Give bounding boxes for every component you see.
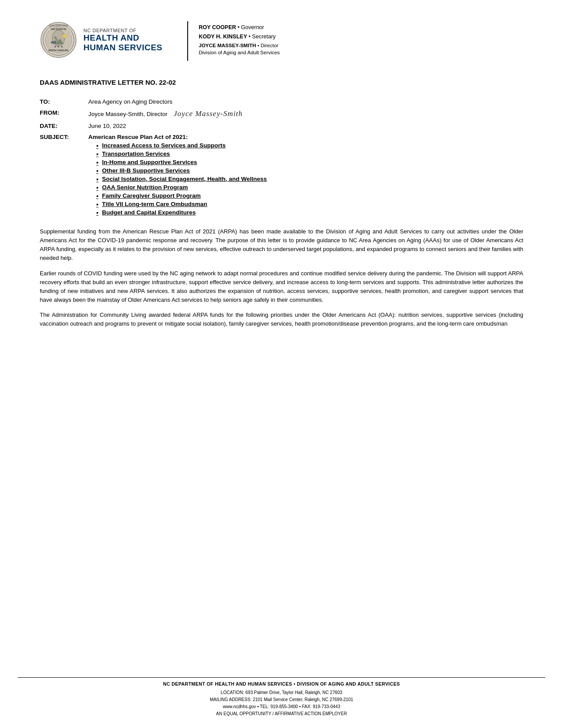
from-row: FROM: Joyce Massey-Smith, Director Joyce… [40, 109, 523, 118]
agency-name-main: HEALTH AND HUMAN SERVICES [83, 33, 162, 53]
bullet-item: Budget and Capital Expenditures [96, 209, 267, 216]
footer-eo: AN EQUAL OPPORTUNITY / AFFIRMATIVE ACTIO… [18, 710, 545, 717]
body-paragraph-3: The Administration for Community Living … [40, 311, 523, 328]
svg-text:ESSE QUAM VIDERI: ESSE QUAM VIDERI [49, 25, 68, 27]
subject-label: SUBJECT: [40, 134, 88, 140]
letter-title: DAAS ADMINISTRATIVE LETTER NO. 22-02 [40, 79, 523, 86]
svg-rect-9 [51, 41, 56, 43]
header-left: THE STATE OF NORTH CAROLINA ★ ★ ★ ESSE Q… [40, 21, 177, 59]
subject-content: American Rescue Plan Act of 2021: Increa… [88, 134, 267, 218]
header: THE STATE OF NORTH CAROLINA ★ ★ ★ ESSE Q… [40, 21, 523, 61]
bullet-item: Title VII Long-term Care Ombudsman [96, 201, 267, 208]
bullet-list: Increased Access to Services and Support… [96, 142, 267, 218]
bullet-item: Other III-B Supportive Services [96, 167, 267, 174]
footer-top: NC DEPARTMENT OF HEALTH AND HUMAN SERVIC… [18, 680, 545, 688]
to-value: Area Agency on Aging Directors [88, 98, 173, 105]
bullet-item: Transportation Services [96, 150, 267, 158]
header-officials: ROY COOPER • Governor KODY H. KINSLEY • … [199, 21, 280, 56]
date-value: June 10, 2022 [88, 123, 126, 129]
bullet-item: In-Home and Supportive Services [96, 159, 267, 166]
subject-main: American Rescue Plan Act of 2021: [88, 134, 267, 140]
from-value: Joyce Massey-Smith, Director Joyce Masse… [88, 109, 243, 118]
body-paragraph-1: Supplemental funding from the American R… [40, 227, 523, 263]
signature: Joyce Massey-Smith [174, 109, 242, 118]
official2-line: KODY H. KINSLEY • Secretary [199, 32, 280, 41]
agency-name-block: NC DEPARTMENT OF HEALTH AND HUMAN SERVIC… [83, 28, 162, 53]
header-divider [187, 21, 188, 61]
footer-contact: www.ncdhhs.gov • TEL: 919-855-3400 • FAX… [18, 703, 545, 710]
footer-divider [18, 677, 545, 678]
svg-point-11 [54, 37, 57, 39]
from-label: FROM: [40, 109, 88, 116]
bullet-item: Increased Access to Services and Support… [96, 142, 267, 149]
subject-row: SUBJECT: American Rescue Plan Act of 202… [40, 134, 523, 218]
footer-mailing: MAILING ADDRESS: 2101 Mail Service Cente… [18, 696, 545, 703]
bullet-item: Family Caregiver Support Program [96, 192, 267, 199]
footer-location: LOCATION: 693 Palmer Drive, Taylor Hall,… [18, 689, 545, 696]
agency-name-top: NC DEPARTMENT OF [83, 28, 162, 33]
to-row: TO: Area Agency on Aging Directors [40, 98, 523, 105]
date-label: DATE: [40, 123, 88, 129]
svg-text:★ ★ ★: ★ ★ ★ [54, 45, 64, 48]
body-paragraphs: Supplemental funding from the American R… [40, 227, 523, 328]
body-paragraph-2: Earlier rounds of COVID funding were use… [40, 269, 523, 305]
footer: NC DEPARTMENT OF HEALTH AND HUMAN SERVIC… [0, 677, 563, 717]
nc-seal-icon: THE STATE OF NORTH CAROLINA ★ ★ ★ ESSE Q… [40, 21, 77, 59]
page: THE STATE OF NORTH CAROLINA ★ ★ ★ ESSE Q… [0, 0, 563, 728]
bullet-item: OAA Senior Nutrition Program [96, 184, 267, 191]
svg-text:NORTH CAROLINA: NORTH CAROLINA [49, 49, 69, 52]
svg-text:THE STATE OF: THE STATE OF [51, 28, 66, 30]
date-row: DATE: June 10, 2022 [40, 123, 523, 129]
official1-line: ROY COOPER • Governor [199, 23, 280, 32]
official3-line: JOYCE MASSEY-SMITH • Director Division o… [199, 42, 280, 56]
to-label: TO: [40, 98, 88, 105]
bullet-item: Social Isolation, Social Engagement, Hea… [96, 176, 267, 183]
svg-point-10 [63, 34, 66, 38]
